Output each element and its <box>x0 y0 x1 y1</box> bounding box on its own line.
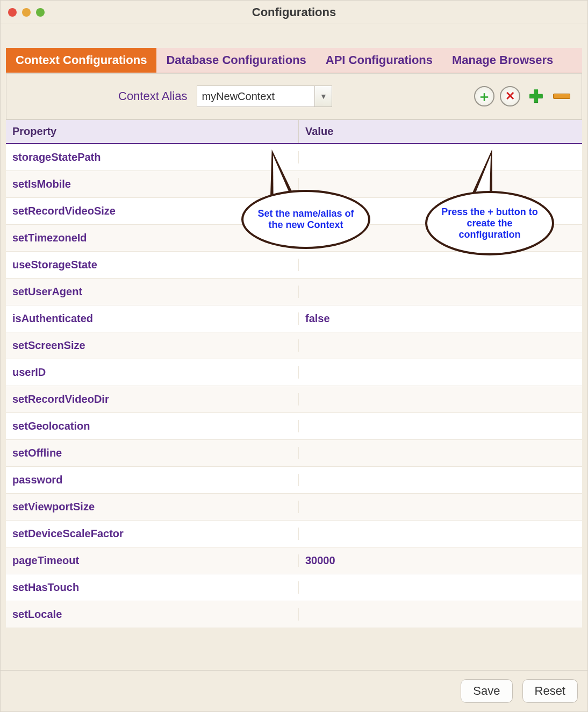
cell-property[interactable]: setViewportSize <box>6 501 299 513</box>
plus-icon: ＋ <box>477 87 491 106</box>
cell-value[interactable]: 30000 <box>299 554 582 567</box>
minus-icon <box>553 94 570 99</box>
cell-property[interactable]: storageStatePath <box>6 151 299 163</box>
cell-value[interactable]: false <box>299 312 582 325</box>
table-row[interactable]: password <box>6 467 582 494</box>
table-row[interactable]: userID <box>6 359 582 386</box>
context-alias-input[interactable] <box>197 86 315 107</box>
cell-property[interactable]: setIsMobile <box>6 178 299 190</box>
cell-property[interactable]: password <box>6 474 299 486</box>
context-toolbar: Context Alias ▼ ＋ ✕ ✚ <box>6 73 582 119</box>
window-title: Configurations <box>7 5 581 19</box>
table-row[interactable]: setHasTouch <box>6 574 582 601</box>
callout-alias: Set the name/alias of the new Context <box>241 190 370 249</box>
table-row[interactable]: setDeviceScaleFactor <box>6 521 582 547</box>
window-body: Context Configurations Database Configur… <box>1 24 587 711</box>
table-row[interactable]: useStorageState <box>6 252 582 279</box>
configurations-window: Configurations Context Configurations Da… <box>0 0 588 712</box>
cell-property[interactable]: setRecordVideoDir <box>6 393 299 405</box>
footer: Save Reset <box>1 670 587 711</box>
titlebar: Configurations <box>1 1 587 24</box>
x-icon: ✕ <box>505 89 515 103</box>
minimize-window-icon[interactable] <box>22 8 31 17</box>
context-alias-label: Context Alias <box>118 89 187 103</box>
close-window-icon[interactable] <box>8 8 17 17</box>
table-row[interactable]: setRecordVideoDir <box>6 386 582 413</box>
delete-configuration-button[interactable]: ✕ <box>500 86 520 106</box>
context-alias-combo: ▼ <box>197 86 332 107</box>
table-row[interactable]: setScreenSize <box>6 332 582 359</box>
add-configuration-button[interactable]: ＋ <box>474 86 494 106</box>
table-row[interactable]: setUserAgent <box>6 279 582 305</box>
remove-row-button[interactable] <box>551 86 572 106</box>
table-row[interactable]: setViewportSize <box>6 494 582 521</box>
reset-button[interactable]: Reset <box>522 679 578 703</box>
tab-api-configurations[interactable]: API Configurations <box>316 48 442 73</box>
cell-property[interactable]: setScreenSize <box>6 339 299 352</box>
header-value[interactable]: Value <box>299 120 582 143</box>
cell-property[interactable]: setHasTouch <box>6 581 299 594</box>
tabbar: Context Configurations Database Configur… <box>6 48 582 73</box>
table-row[interactable]: setOffline <box>6 440 582 467</box>
cell-property[interactable]: useStorageState <box>6 259 299 271</box>
table-header: Property Value <box>6 120 582 144</box>
add-row-button[interactable]: ✚ <box>526 86 546 106</box>
context-alias-dropdown-icon[interactable]: ▼ <box>315 86 332 107</box>
cell-property[interactable]: setOffline <box>6 447 299 459</box>
plus-square-icon: ✚ <box>529 86 543 106</box>
tab-manage-browsers[interactable]: Manage Browsers <box>442 48 563 73</box>
table-row[interactable]: setLocale <box>6 601 582 628</box>
cell-property[interactable]: isAuthenticated <box>6 312 299 325</box>
cell-property[interactable]: setUserAgent <box>6 286 299 298</box>
header-property[interactable]: Property <box>6 120 299 143</box>
cell-property[interactable]: setGeolocation <box>6 420 299 432</box>
cell-property[interactable]: setDeviceScaleFactor <box>6 528 299 540</box>
maximize-window-icon[interactable] <box>36 8 45 17</box>
cell-property[interactable]: userID <box>6 366 299 379</box>
table-row[interactable]: pageTimeout30000 <box>6 547 582 574</box>
save-button[interactable]: Save <box>461 679 512 703</box>
tab-context-configurations[interactable]: Context Configurations <box>6 48 156 73</box>
cell-property[interactable]: pageTimeout <box>6 554 299 567</box>
callout-plus: Press the + button to create the configu… <box>425 191 554 255</box>
tab-database-configurations[interactable]: Database Configurations <box>156 48 315 73</box>
cell-property[interactable]: setLocale <box>6 608 299 621</box>
window-controls <box>8 8 45 17</box>
table-row[interactable]: setGeolocation <box>6 413 582 440</box>
table-row[interactable]: isAuthenticatedfalse <box>6 305 582 332</box>
